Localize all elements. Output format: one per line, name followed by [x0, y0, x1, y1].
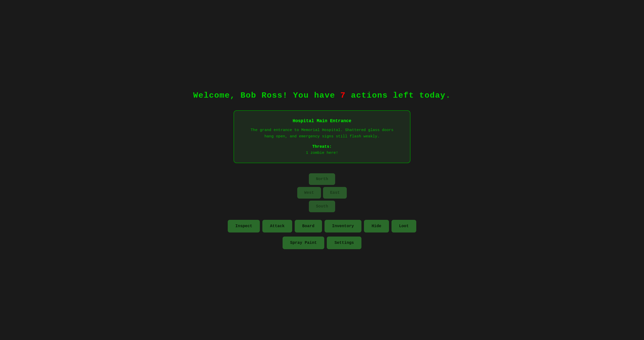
navigation-grid: North West East South [297, 173, 347, 212]
south-button[interactable]: South [309, 201, 335, 212]
location-box: Hospital Main Entrance The grand entranc… [234, 110, 410, 163]
extra-actions-row: Spray Paint Settings [283, 237, 361, 249]
settings-button[interactable]: Settings [327, 237, 361, 249]
location-name: Hospital Main Entrance [247, 118, 397, 123]
spray-paint-button[interactable]: Spray Paint [283, 237, 325, 249]
attack-button[interactable]: Attack [262, 220, 292, 232]
east-button[interactable]: East [323, 187, 347, 199]
loot-button[interactable]: Loot [392, 220, 416, 232]
nav-row-south: South [309, 201, 335, 212]
threats-value: 1 zombie here! [247, 151, 397, 155]
inspect-button[interactable]: Inspect [228, 220, 260, 232]
board-button[interactable]: Board [295, 220, 322, 232]
actions-count: 7 [340, 91, 346, 100]
nav-row-north: North [309, 173, 335, 185]
west-button[interactable]: West [297, 187, 321, 199]
threats-label: Threats: [247, 144, 397, 149]
location-description: The grand entrance to Memorial Hospital.… [247, 127, 397, 139]
nav-row-middle: West East [297, 187, 347, 199]
actions-row: Inspect Attack Board Inventory Hide Loot [228, 220, 416, 232]
hide-button[interactable]: Hide [364, 220, 389, 232]
welcome-text: Welcome, Bob Ross! You have [193, 91, 335, 100]
actions-suffix: actions left today. [351, 91, 451, 100]
north-button[interactable]: North [309, 173, 335, 185]
inventory-button[interactable]: Inventory [325, 220, 361, 232]
welcome-header: Welcome, Bob Ross! You have 7 actions le… [193, 91, 451, 100]
